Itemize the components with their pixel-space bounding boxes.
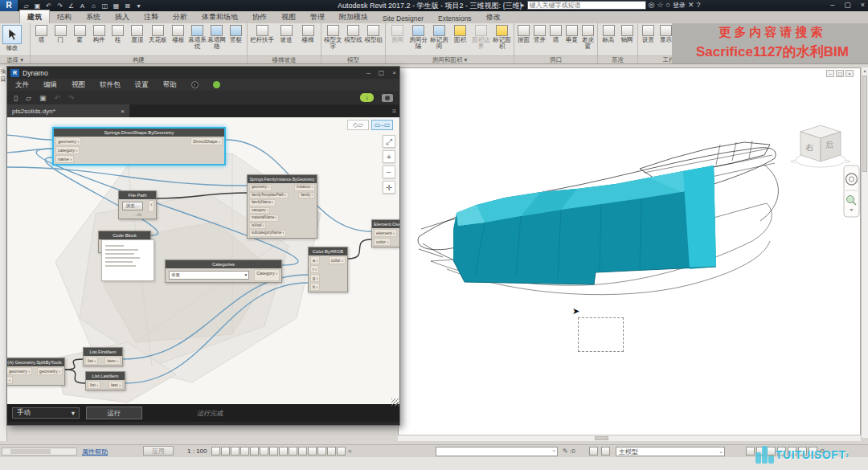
curtain-grid-button[interactable]: 幕墙网格 — [207, 24, 226, 50]
dynamo-save-icon[interactable]: ▣ — [39, 94, 47, 102]
roof-button[interactable]: 屋顶 — [128, 24, 146, 43]
ribbon-tab-管理[interactable]: 管理 — [303, 10, 332, 23]
design-options-button[interactable] — [601, 447, 610, 456]
reveal-hidden-icon[interactable] — [298, 447, 307, 456]
output-port-family[interactable]: family › — [298, 192, 315, 199]
open-icon[interactable]: ▱ — [21, 2, 31, 10]
room-button[interactable]: 房间 — [387, 24, 407, 43]
dynamo-window[interactable]: R Dynamo – ▢ × 文件编辑视图软件包设置帮助! ▯▱▣↶↷↓ pts… — [6, 66, 400, 426]
stair-ramp-panel-label[interactable]: 楼梯坡道 — [248, 55, 321, 63]
tag-room-button[interactable]: 标记房间 — [429, 24, 449, 50]
door-button[interactable]: 门 — [51, 24, 70, 43]
analytical-model-icon[interactable] — [327, 447, 336, 456]
customize-qat-icon[interactable]: ▾ — [133, 2, 144, 10]
text-icon[interactable]: A — [77, 2, 88, 10]
input-port-name[interactable]: name › — [55, 155, 74, 163]
select-panel-label[interactable]: 选择 ▾ — [0, 55, 30, 63]
ribbon-tab-Extensions[interactable]: Extensions — [431, 13, 479, 23]
opening-panel-label[interactable]: 洞口 — [514, 55, 597, 63]
geometry-splitbytools-node[interactable]: (A) Geometry.SplitByToolsgeometry ›geome… — [7, 358, 65, 386]
input-port-geometry[interactable]: geometry › — [7, 367, 32, 375]
show-crop-icon[interactable] — [269, 447, 278, 456]
pan-button[interactable]: ✛ — [383, 181, 395, 194]
input-port-category[interactable]: category › — [249, 207, 270, 215]
constraints-icon[interactable] — [337, 447, 346, 456]
crop-view-icon[interactable] — [260, 447, 268, 456]
user-icon[interactable]: ○ — [665, 1, 669, 10]
list-lastitem-node[interactable]: List.LastItemlist ›last › — [85, 371, 125, 390]
thin-lines-icon[interactable]: ▦ — [111, 2, 121, 10]
tab-menu-icon[interactable]: ≡ — [392, 104, 399, 117]
save-icon[interactable]: ▣ — [32, 2, 43, 10]
model-panel-label[interactable]: 模型 — [321, 55, 385, 63]
ramp-button[interactable]: 坡道 — [276, 24, 297, 43]
file-path-node[interactable]: File Path浏览…›…xls — [118, 190, 157, 219]
level-button[interactable]: 标高 — [600, 24, 617, 43]
input-port-geometry[interactable]: geometry › — [55, 137, 81, 145]
model-line-button[interactable]: 模型线 — [343, 24, 362, 43]
input-port-subcategoryName[interactable]: subcategoryName › — [249, 230, 286, 237]
category-dropdown[interactable]: 体量▾ — [169, 271, 249, 280]
input-port-color[interactable]: color › — [374, 238, 391, 246]
worksharing-display-icon[interactable] — [308, 447, 317, 456]
shadows-icon[interactable] — [250, 447, 259, 456]
navigation-bar[interactable] — [844, 166, 859, 217]
ribbon-tab-建筑[interactable]: 建筑 — [19, 10, 50, 23]
zoom-fit-button[interactable]: ⤢ — [383, 135, 395, 148]
apply-button[interactable]: 应用 — [143, 446, 174, 456]
ribbon-tab-附加模块[interactable]: 附加模块 — [332, 10, 375, 23]
3d-viewport[interactable]: 右 后 – ▢ × ➤ — [398, 67, 861, 438]
viewbar-collapse-icon[interactable]: < — [348, 448, 352, 455]
viewcube[interactable]: 右 后 — [791, 125, 850, 167]
browse-button[interactable]: 浏览… — [122, 202, 143, 210]
ribbon-tab-系统[interactable]: 系统 — [79, 10, 108, 23]
categories-node[interactable]: Categories体量▾Category › — [165, 260, 282, 283]
input-port-familyTemplatePath[interactable]: familyTemplatePath › — [249, 192, 289, 199]
dynamo-menu-编辑[interactable]: 编辑 — [43, 80, 57, 90]
dynamo-maximize-button[interactable]: ▢ — [379, 69, 385, 76]
export-image-icon[interactable] — [382, 94, 393, 102]
vertical-opening-button[interactable]: 垂直 — [564, 24, 579, 43]
area-button[interactable]: 面积 — [450, 24, 470, 43]
ribbon-tab-体量和场地[interactable]: 体量和场地 — [194, 10, 245, 23]
component-button[interactable]: 构件 — [90, 24, 108, 43]
sun-path-icon[interactable] — [240, 447, 249, 456]
dynamo-redo-icon[interactable]: ↷ — [68, 94, 75, 102]
geometry-preview-toggle[interactable]: ◇▱ — [347, 120, 369, 130]
temporary-isolate-icon[interactable] — [289, 447, 297, 456]
grid-button[interactable]: 轴网 — [618, 24, 636, 43]
ceiling-button[interactable]: 天花板 — [147, 24, 168, 43]
springs-familyinstance-bygeometry-node[interactable]: Springs.FamilyInstance.ByGeometrygeometr… — [247, 174, 317, 239]
dynamo-undo-icon[interactable]: ↶ — [54, 94, 60, 102]
detail-level-icon[interactable] — [221, 447, 230, 456]
input-port-isVoid[interactable]: isVoid › — [249, 223, 266, 230]
ribbon-tab-Site Designer[interactable]: Site Designer — [375, 13, 431, 23]
curtain-system-button[interactable]: 幕墙系统 — [188, 24, 207, 50]
dynamo-menu-帮助[interactable]: 帮助 — [163, 80, 177, 90]
zoom-out-button[interactable]: − — [383, 166, 395, 178]
model-group-button[interactable]: 模型组 — [364, 24, 383, 43]
input-port-geometry[interactable]: geometry › — [249, 184, 272, 191]
shaft-button[interactable]: 竖井 — [532, 24, 547, 43]
dynamo-canvas[interactable]: Springs.DirectShape.ByGeometrygeometry ›… — [7, 117, 399, 404]
dynamo-file-tab[interactable]: pts2solids.dyn*× — [7, 104, 129, 117]
output-port-geometry[interactable]: geometry › — [37, 367, 63, 375]
opening-by-face-button[interactable]: 按面 — [516, 24, 531, 43]
vscroll-thumb[interactable] — [862, 76, 867, 172]
dynamo-minimize-button[interactable]: – — [366, 69, 370, 76]
input-port-materialName[interactable]: materialName › — [249, 215, 279, 222]
ribbon-tab-分析[interactable]: 分析 — [166, 10, 194, 23]
maximize-button[interactable]: ▢ — [844, 0, 851, 10]
ribbon-tab-修改[interactable]: 修改 — [479, 10, 508, 23]
dynamo-close-button[interactable]: × — [392, 69, 396, 76]
editable-only-icon[interactable] — [746, 447, 755, 456]
modify-button[interactable]: 修改 — [2, 24, 23, 51]
input-port-blank[interactable]: › — [7, 376, 13, 384]
close-button[interactable]: × — [861, 0, 865, 10]
wall-opening-button[interactable]: 墙 — [548, 24, 563, 43]
input-port-r[interactable]: r › — [310, 265, 319, 273]
graph-view-toggle[interactable]: ▭–▭ — [371, 120, 393, 130]
input-port-list[interactable]: list › — [85, 357, 98, 365]
package-download-icon[interactable]: ↓ — [360, 93, 374, 102]
help-icon[interactable]: ? — [696, 1, 700, 10]
